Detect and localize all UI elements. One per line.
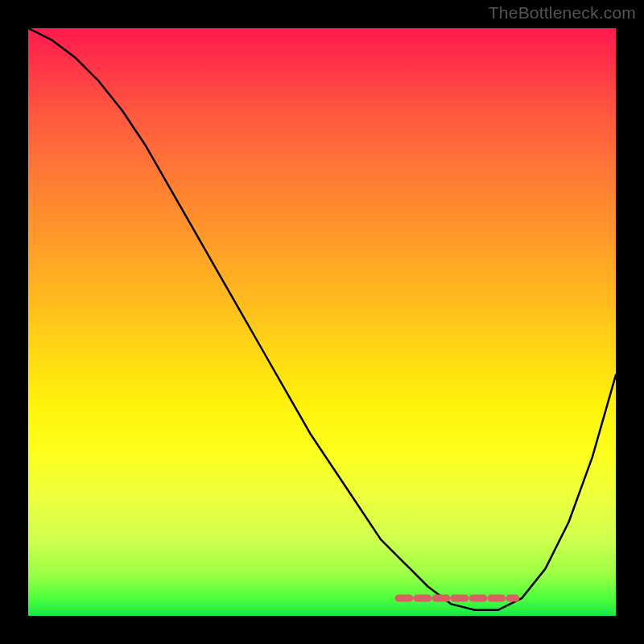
chart-frame: TheBottleneck.com xyxy=(0,0,644,644)
watermark-text: TheBottleneck.com xyxy=(489,3,636,23)
plot-area xyxy=(28,28,616,616)
curve-svg xyxy=(28,28,616,616)
bottleneck-curve-path xyxy=(28,28,616,610)
